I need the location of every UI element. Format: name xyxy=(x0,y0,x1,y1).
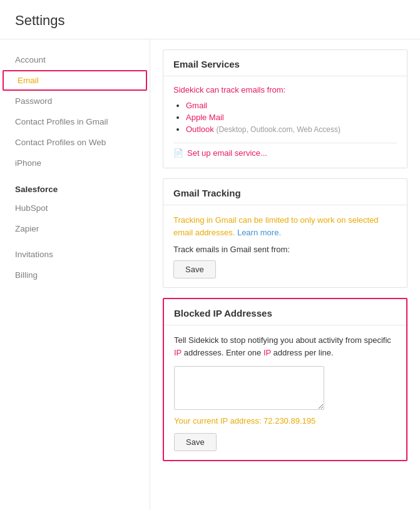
sidebar-item-hubspot[interactable]: HubSpot xyxy=(0,198,150,218)
outlook-note: (Desktop, Outlook.com, Web Access) xyxy=(216,125,341,134)
sidebar: Account Email Password Contact Profiles … xyxy=(0,39,150,510)
email-services-track-label: Sidekick can track emails from: xyxy=(173,85,397,94)
blocked-desc-highlight2: IP xyxy=(264,348,271,357)
email-services-section: Email Services Sidekick can track emails… xyxy=(163,49,407,168)
current-ip-label: Your current IP address: 72.230.89.195 xyxy=(174,416,396,426)
email-services-title: Email Services xyxy=(163,50,407,76)
gmail-link[interactable]: Gmail xyxy=(186,101,207,110)
blocked-desc-highlight1: IP xyxy=(174,348,182,357)
blocked-ip-desc: Tell Sidekick to stop notifying you abou… xyxy=(174,334,396,359)
apple-mail-link[interactable]: Apple Mail xyxy=(186,113,224,122)
sidebar-item-billing[interactable]: Billing xyxy=(0,265,150,285)
gmail-tracking-section: Gmail Tracking Tracking in Gmail can be … xyxy=(163,178,407,288)
gmail-tracking-info: Tracking in Gmail can be limited to only… xyxy=(173,214,397,238)
blocked-ip-save-button[interactable]: Save xyxy=(174,433,217,451)
ip-address-textarea[interactable] xyxy=(174,366,324,410)
sidebar-item-password[interactable]: Password xyxy=(0,91,150,111)
email-services-list: Gmail Apple Mail Outlook (Desktop, Outlo… xyxy=(186,99,397,135)
sidebar-item-iphone[interactable]: iPhone xyxy=(0,153,150,173)
gmail-tracking-save-button[interactable]: Save xyxy=(173,260,216,278)
page-title: Settings xyxy=(0,0,420,39)
sidebar-group-salesforce: Salesforce xyxy=(0,178,150,198)
blocked-ip-title: Blocked IP Addresses xyxy=(164,299,406,325)
blocked-ip-section: Blocked IP Addresses Tell Sidekick to st… xyxy=(163,298,407,461)
track-from-label: Track emails in Gmail sent from: xyxy=(173,245,397,254)
blocked-desc-part2: addresses. Enter one xyxy=(184,348,262,357)
sidebar-item-account[interactable]: Account xyxy=(0,49,150,70)
main-content: Email Services Sidekick can track emails… xyxy=(150,39,420,510)
blocked-desc-part1: Tell Sidekick to stop notifying you abou… xyxy=(174,335,391,345)
outlook-link[interactable]: Outlook xyxy=(186,125,214,134)
gmail-tracking-title: Gmail Tracking xyxy=(163,179,407,205)
sidebar-item-invitations[interactable]: Invitations xyxy=(0,244,150,265)
email-service-apple-mail: Apple Mail xyxy=(186,111,397,123)
email-service-outlook: Outlook (Desktop, Outlook.com, Web Acces… xyxy=(186,123,397,135)
sidebar-item-zapier[interactable]: Zapier xyxy=(0,218,150,239)
setup-email-link[interactable]: Set up email service... xyxy=(187,148,267,158)
sidebar-item-contact-profiles-web[interactable]: Contact Profiles on Web xyxy=(0,132,150,153)
document-icon: 📄 xyxy=(173,148,183,158)
blocked-desc-part3: address per line. xyxy=(274,348,334,357)
sidebar-item-email[interactable]: Email xyxy=(3,70,147,91)
tracking-info-line1: Tracking in Gmail can be limited to only… xyxy=(173,215,346,225)
email-service-gmail: Gmail xyxy=(186,99,397,111)
learn-more-link[interactable]: Learn more. xyxy=(237,228,281,237)
sidebar-item-contact-profiles-gmail[interactable]: Contact Profiles in Gmail xyxy=(0,111,150,132)
